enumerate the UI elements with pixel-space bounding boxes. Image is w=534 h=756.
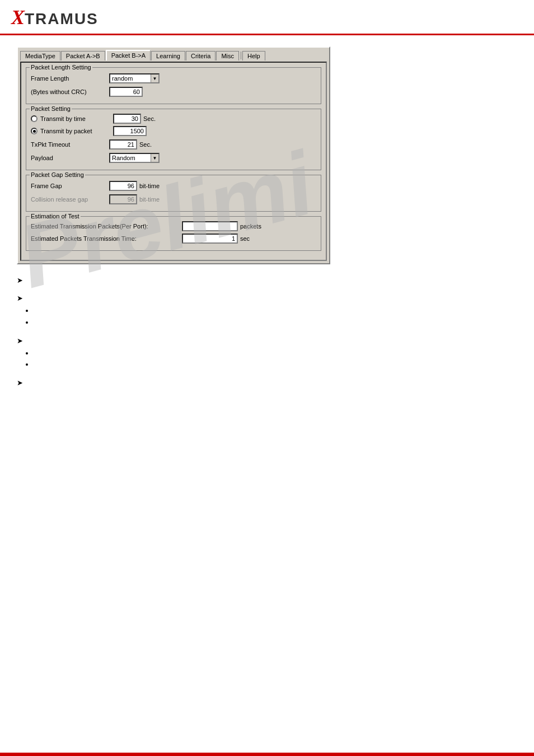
est-packets-input[interactable]	[182, 221, 238, 231]
collision-row: Collision release gap bit-time	[31, 194, 316, 204]
bytes-label: (Bytes without CRC)	[31, 88, 109, 95]
arrow-bullet-4: ➤	[17, 379, 23, 387]
transmit-by-time-unit: Sec.	[143, 115, 156, 122]
section-4: ➤	[17, 378, 517, 387]
frame-gap-input[interactable]	[109, 181, 137, 191]
dialog-panel: MediaType Packet A->B Packet B->A Learni…	[17, 46, 330, 264]
transmit-by-packet-row: Transmit by packet	[31, 126, 316, 136]
collision-unit: bit-time	[139, 196, 160, 203]
frame-gap-label: Frame Gap	[31, 183, 109, 189]
arrow-row-2: ➤	[17, 293, 517, 302]
est-packets-label: Estimated Transmission Packets(Per Port)…	[31, 223, 182, 230]
arrow-bullet-2: ➤	[17, 294, 23, 302]
transmit-by-packet-input[interactable]	[113, 126, 147, 136]
tab-criteria[interactable]: Criteria	[186, 51, 216, 60]
est-time-label: Estimated Packets Transmission Time:	[31, 235, 182, 242]
bullet-item-3-2	[34, 360, 517, 369]
panel-content: Packet Length Setting Frame Length rando…	[20, 62, 327, 261]
est-time-input[interactable]	[182, 234, 238, 244]
transmit-by-time-input[interactable]	[113, 114, 141, 124]
logo-rest: TRAMUS	[25, 10, 99, 28]
collision-input	[109, 194, 137, 204]
arrow-bullet-3: ➤	[17, 337, 23, 345]
header: X TRAMUS	[0, 0, 534, 35]
tab-help[interactable]: Help	[242, 51, 265, 60]
transmit-by-time-radio[interactable]	[31, 115, 38, 122]
packet-length-group: Packet Length Setting Frame Length rando…	[26, 67, 321, 104]
packet-setting-group: Packet Setting Transmit by time Sec. Tra…	[26, 109, 321, 170]
estimation-title: Estimation of Test	[30, 213, 81, 220]
txpkt-timeout-unit: Sec.	[139, 141, 152, 148]
packet-length-title: Packet Length Setting	[30, 64, 92, 71]
packet-setting-title: Packet Setting	[30, 105, 72, 112]
est-time-unit: sec	[240, 235, 250, 242]
est-time-row: Estimated Packets Transmission Time: sec	[31, 234, 316, 244]
main-content: MediaType Packet A->B Packet B->A Learni…	[0, 35, 534, 407]
logo: X TRAMUS	[11, 6, 99, 29]
tab-misc[interactable]: Misc	[216, 51, 239, 60]
tab-packet-ab[interactable]: Packet A->B	[61, 51, 105, 60]
section-3: ➤	[17, 336, 517, 370]
bullet-item-2-2	[34, 318, 517, 327]
bytes-input[interactable]	[109, 87, 143, 97]
bullet-list-2	[34, 306, 517, 327]
bullet-item-3-1	[34, 348, 517, 358]
est-packets-row: Estimated Transmission Packets(Per Port)…	[31, 221, 316, 231]
txpkt-timeout-input[interactable]	[109, 139, 137, 150]
frame-length-row: Frame Length random ▼	[31, 73, 316, 83]
transmit-by-packet-radio[interactable]	[31, 128, 38, 134]
payload-select[interactable]: Random ▼	[109, 153, 160, 163]
section-2: ➤	[17, 293, 517, 327]
bullet-list-3	[34, 348, 517, 370]
payload-arrow[interactable]: ▼	[151, 154, 158, 162]
frame-length-select[interactable]: random ▼	[109, 73, 160, 83]
frame-length-label: Frame Length	[31, 75, 109, 82]
tab-packet-ba[interactable]: Packet B->A	[106, 50, 151, 60]
arrow-row-4: ➤	[17, 378, 517, 387]
transmit-by-time-label: Transmit by time	[40, 115, 113, 122]
arrow-row-1: ➤	[17, 276, 517, 284]
estimation-group: Estimation of Test Estimated Transmissio…	[26, 216, 321, 251]
arrow-row-3: ➤	[17, 336, 517, 345]
logo-x: X	[11, 6, 25, 29]
est-packets-unit: packets	[240, 223, 261, 230]
payload-select-text: Random	[110, 155, 151, 161]
collision-label: Collision release gap	[31, 196, 109, 203]
footer	[0, 753, 534, 756]
txpkt-timeout-row: TxPkt Timeout Sec.	[31, 139, 316, 150]
bullet-item-2-1	[34, 306, 517, 315]
payload-row: Payload Random ▼	[31, 153, 316, 163]
packet-gap-group: Packet Gap Setting Frame Gap bit-time Co…	[26, 175, 321, 212]
packet-gap-title: Packet Gap Setting	[30, 171, 85, 178]
txpkt-timeout-label: TxPkt Timeout	[31, 141, 109, 148]
frame-gap-row: Frame Gap bit-time	[31, 181, 316, 191]
frame-length-select-text: random	[110, 75, 151, 82]
frame-gap-unit: bit-time	[139, 183, 160, 189]
transmit-by-packet-label: Transmit by packet	[40, 128, 113, 134]
tab-mediatype[interactable]: MediaType	[20, 51, 60, 60]
bytes-row: (Bytes without CRC)	[31, 87, 316, 97]
payload-label: Payload	[31, 155, 109, 161]
arrow-bullet-1: ➤	[17, 276, 23, 284]
frame-length-arrow[interactable]: ▼	[151, 74, 158, 82]
tab-separator	[241, 52, 241, 59]
transmit-by-time-row: Transmit by time Sec.	[31, 114, 316, 124]
section-1: ➤	[17, 276, 517, 284]
tab-bar: MediaType Packet A->B Packet B->A Learni…	[20, 50, 327, 60]
tab-learning[interactable]: Learning	[151, 51, 185, 60]
